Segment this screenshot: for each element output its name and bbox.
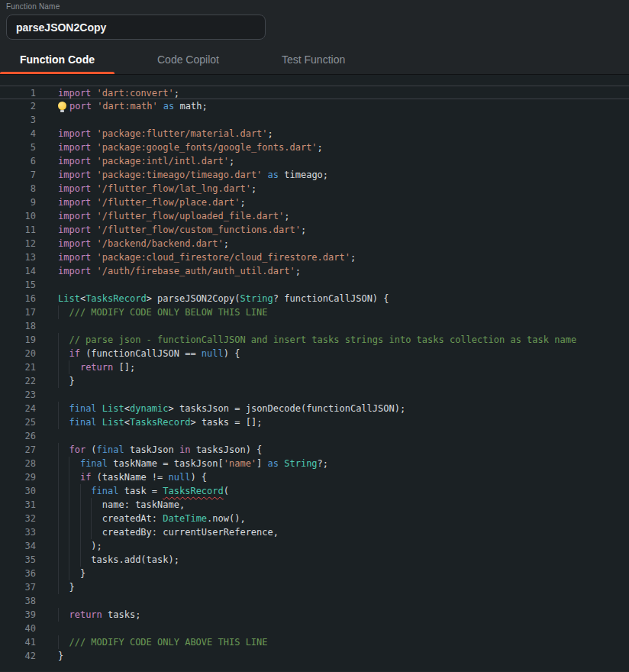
code-editor[interactable]: 1import 'dart:convert';2port 'dart:math'… xyxy=(0,75,629,671)
indent-guide xyxy=(58,498,59,512)
code-line[interactable]: 22 } xyxy=(0,374,629,388)
code-token: } xyxy=(58,376,75,386)
code-token: 'package:flutter/material.dart' xyxy=(97,128,268,139)
code-token: > parseJSON2Copy( xyxy=(147,293,240,304)
code-line[interactable]: 5import 'package:google_fonts/google_fon… xyxy=(0,141,629,154)
code-token: ; xyxy=(284,211,289,221)
code-line[interactable]: 18 xyxy=(0,319,629,333)
indent-guide xyxy=(91,525,92,539)
code-token xyxy=(58,348,69,359)
code-token: ?; xyxy=(318,458,328,469)
code-line[interactable]: 16List<TasksRecord> parseJSON2Copy(Strin… xyxy=(0,292,629,305)
code-token: ; xyxy=(268,128,273,139)
code-token: if xyxy=(80,472,91,483)
code-token xyxy=(91,197,96,208)
code-line[interactable]: 14import '/auth/firebase_auth/auth_util.… xyxy=(0,264,629,278)
line-number: 23 xyxy=(0,388,36,402)
line-number: 1 xyxy=(0,86,36,99)
code-token: []; xyxy=(113,362,135,373)
code-token: '/flutter_flow/uploaded_file.dart' xyxy=(97,211,285,221)
function-name-input[interactable] xyxy=(6,15,266,40)
code-line[interactable]: 7import 'package:timeago/timeago.dart' a… xyxy=(0,168,629,182)
code-line[interactable]: 21 return []; xyxy=(0,360,629,374)
line-number: 42 xyxy=(0,649,36,663)
code-line[interactable]: 33 createdBy: currentUserReference, xyxy=(0,525,629,539)
code-line[interactable]: 3 xyxy=(0,113,629,127)
code-line[interactable]: 34 ); xyxy=(0,539,629,553)
code-token: final xyxy=(80,458,108,469)
code-line[interactable]: 42} xyxy=(0,649,629,663)
code-text xyxy=(36,388,629,402)
code-token: '/flutter_flow/place.dart' xyxy=(97,197,240,208)
code-line[interactable]: 36 } xyxy=(0,567,629,580)
code-line[interactable]: 37 } xyxy=(0,580,629,594)
code-token: final xyxy=(69,417,96,428)
code-token: import xyxy=(58,128,91,139)
code-line[interactable]: 9import '/flutter_flow/place.dart'; xyxy=(0,195,629,209)
indent-guide xyxy=(91,512,92,525)
code-line[interactable]: 26 xyxy=(0,429,629,443)
line-number: 8 xyxy=(0,182,36,195)
line-number: 27 xyxy=(0,443,36,457)
code-line[interactable]: 15 xyxy=(0,278,629,292)
code-token: import xyxy=(58,156,91,166)
line-number: 16 xyxy=(0,292,36,305)
code-token: return xyxy=(80,362,113,373)
line-number: 24 xyxy=(0,402,36,415)
code-token xyxy=(91,156,96,166)
code-line[interactable]: 38 xyxy=(0,594,629,608)
code-line[interactable]: 24 final List<dynamic> tasksJson = jsonD… xyxy=(0,402,629,415)
code-token: // parse json - functionCallJSON and ins… xyxy=(58,334,576,345)
code-text: if (functionCallJSON == null) { xyxy=(36,347,629,360)
code-token: List xyxy=(102,403,124,414)
line-number: 21 xyxy=(0,360,36,374)
code-line[interactable]: 19 // parse json - functionCallJSON and … xyxy=(0,333,629,347)
line-number: 28 xyxy=(0,457,36,470)
code-line[interactable]: 1import 'dart:convert'; xyxy=(0,86,629,99)
tab-test-function[interactable]: Test Function xyxy=(262,44,365,74)
code-line[interactable]: 13import 'package:cloud_firestore/cloud_… xyxy=(0,250,629,264)
code-token: if xyxy=(69,348,79,359)
tab-bar: Function Code Code Copilot Test Function xyxy=(0,44,629,75)
code-line[interactable]: 31 name: taskName, xyxy=(0,498,629,512)
code-line[interactable]: 20 if (functionCallJSON == null) { xyxy=(0,347,629,360)
code-line[interactable]: 28 final taskName = taskJson['name'] as … xyxy=(0,457,629,470)
code-token: tasksJson) { xyxy=(190,444,262,455)
code-text: } xyxy=(36,580,629,594)
indent-guide xyxy=(69,512,69,525)
code-line[interactable]: 40 xyxy=(0,622,629,635)
code-line[interactable]: 25 final List<TasksRecord> tasks = []; xyxy=(0,415,629,429)
code-token xyxy=(97,403,102,414)
code-line[interactable]: 10import '/flutter_flow/uploaded_file.da… xyxy=(0,209,629,223)
code-line[interactable]: 12import '/backend/backend.dart'; xyxy=(0,237,629,250)
code-token: timeago; xyxy=(279,170,328,180)
code-line[interactable]: 30 final task = TasksRecord( xyxy=(0,484,629,498)
tab-function-code[interactable]: Function Code xyxy=(0,44,115,74)
code-line[interactable]: 8import '/flutter_flow/lat_lng.dart'; xyxy=(0,182,629,195)
code-line[interactable]: 27 for (final taskJson in tasksJson) { xyxy=(0,443,629,457)
code-line[interactable]: 23 xyxy=(0,388,629,402)
code-line[interactable]: 29 if (taskName != null) { xyxy=(0,470,629,484)
indent-guide xyxy=(58,443,59,457)
code-token xyxy=(58,444,69,455)
lightbulb-icon[interactable] xyxy=(58,102,66,110)
code-line[interactable]: 11import '/flutter_flow/custom_functions… xyxy=(0,223,629,237)
code-line[interactable]: 17 /// MODIFY CODE ONLY BELOW THIS LINE xyxy=(0,305,629,319)
line-number: 17 xyxy=(0,305,36,319)
code-token xyxy=(91,128,96,139)
tab-code-copilot[interactable]: Code Copilot xyxy=(137,44,239,74)
indent-guide xyxy=(58,305,59,319)
code-line[interactable]: 35 tasks.add(task); xyxy=(0,553,629,567)
code-line[interactable]: 6import 'package:intl/intl.dart'; xyxy=(0,154,629,168)
code-token: final xyxy=(91,486,118,496)
code-line[interactable]: 41 /// MODIFY CODE ONLY ABOVE THIS LINE xyxy=(0,635,629,649)
indent-guide xyxy=(69,470,69,484)
code-line[interactable]: 39 return tasks; xyxy=(0,608,629,622)
line-number: 32 xyxy=(0,512,36,525)
code-line[interactable]: 2port 'dart:math' as math; xyxy=(0,99,629,113)
code-token: ; xyxy=(251,183,256,194)
code-text: for (final taskJson in tasksJson) { xyxy=(36,443,629,457)
code-line[interactable]: 32 createdAt: DateTime.now(), xyxy=(0,512,629,525)
code-text: import 'package:cloud_firestore/cloud_fi… xyxy=(36,250,629,264)
code-line[interactable]: 4import 'package:flutter/material.dart'; xyxy=(0,127,629,141)
